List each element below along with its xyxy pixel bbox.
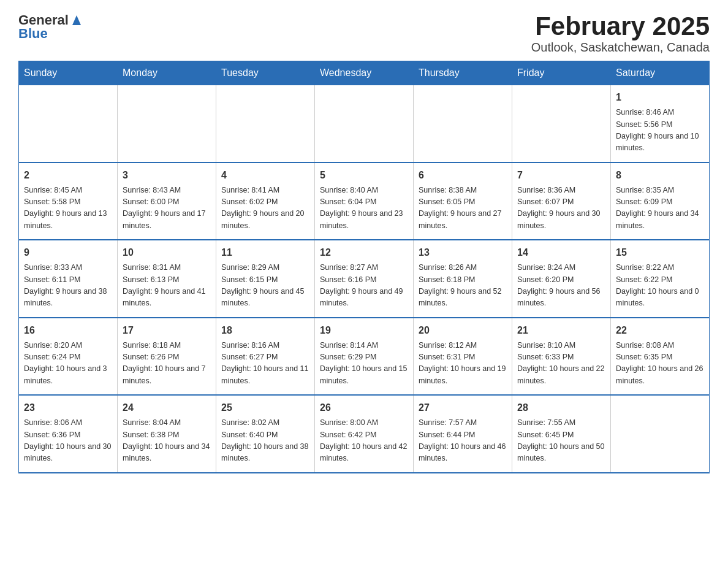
day-number: 20: [419, 323, 507, 338]
col-tuesday: Tuesday: [216, 61, 315, 85]
calendar-cell: [611, 395, 710, 473]
calendar-cell: 9Sunrise: 8:33 AM Sunset: 6:11 PM Daylig…: [19, 240, 118, 318]
calendar-cell: [118, 85, 216, 163]
logo-blue-text: Blue: [18, 26, 48, 42]
calendar-cell: [414, 85, 512, 163]
day-number: 14: [517, 245, 605, 260]
col-sunday: Sunday: [19, 61, 118, 85]
calendar-week-row: 9Sunrise: 8:33 AM Sunset: 6:11 PM Daylig…: [19, 240, 710, 318]
calendar-cell: 24Sunrise: 8:04 AM Sunset: 6:38 PM Dayli…: [118, 395, 216, 473]
day-info: Sunrise: 8:16 AM Sunset: 6:27 PM Dayligh…: [221, 340, 309, 388]
day-number: 26: [320, 400, 408, 415]
calendar-cell: [315, 85, 414, 163]
day-info: Sunrise: 8:10 AM Sunset: 6:33 PM Dayligh…: [517, 340, 605, 388]
day-info: Sunrise: 8:35 AM Sunset: 6:09 PM Dayligh…: [616, 185, 704, 232]
day-info: Sunrise: 8:04 AM Sunset: 6:38 PM Dayligh…: [123, 417, 211, 465]
calendar-cell: 16Sunrise: 8:20 AM Sunset: 6:24 PM Dayli…: [19, 318, 118, 396]
day-number: 7: [517, 168, 605, 183]
calendar-header-row: Sunday Monday Tuesday Wednesday Thursday…: [19, 61, 710, 85]
day-number: 17: [123, 323, 211, 338]
page-title: February 2025: [531, 12, 710, 40]
day-info: Sunrise: 8:12 AM Sunset: 6:31 PM Dayligh…: [419, 340, 507, 388]
logo-triangle-icon: [70, 14, 83, 26]
day-number: 9: [24, 245, 112, 260]
day-number: 19: [320, 323, 408, 338]
calendar-week-row: 16Sunrise: 8:20 AM Sunset: 6:24 PM Dayli…: [19, 318, 710, 396]
day-info: Sunrise: 8:40 AM Sunset: 6:04 PM Dayligh…: [320, 185, 408, 232]
calendar-cell: 8Sunrise: 8:35 AM Sunset: 6:09 PM Daylig…: [611, 163, 710, 240]
calendar-cell: 12Sunrise: 8:27 AM Sunset: 6:16 PM Dayli…: [315, 240, 414, 318]
day-info: Sunrise: 8:31 AM Sunset: 6:13 PM Dayligh…: [123, 262, 211, 310]
calendar-cell: 21Sunrise: 8:10 AM Sunset: 6:33 PM Dayli…: [512, 318, 611, 396]
day-info: Sunrise: 8:46 AM Sunset: 5:56 PM Dayligh…: [616, 107, 704, 155]
calendar-cell: 28Sunrise: 7:55 AM Sunset: 6:45 PM Dayli…: [512, 395, 611, 473]
logo: General Blue: [18, 12, 83, 42]
day-number: 24: [123, 400, 211, 415]
col-wednesday: Wednesday: [315, 61, 414, 85]
day-number: 2: [24, 168, 112, 183]
day-info: Sunrise: 8:18 AM Sunset: 6:26 PM Dayligh…: [123, 340, 211, 388]
calendar-cell: 7Sunrise: 8:36 AM Sunset: 6:07 PM Daylig…: [512, 163, 611, 240]
day-number: 10: [123, 245, 211, 260]
calendar-cell: 20Sunrise: 8:12 AM Sunset: 6:31 PM Dayli…: [414, 318, 512, 396]
calendar-cell: 6Sunrise: 8:38 AM Sunset: 6:05 PM Daylig…: [414, 163, 512, 240]
col-monday: Monday: [118, 61, 216, 85]
calendar-cell: 11Sunrise: 8:29 AM Sunset: 6:15 PM Dayli…: [216, 240, 315, 318]
calendar-cell: 19Sunrise: 8:14 AM Sunset: 6:29 PM Dayli…: [315, 318, 414, 396]
day-info: Sunrise: 8:26 AM Sunset: 6:18 PM Dayligh…: [419, 262, 507, 310]
day-info: Sunrise: 8:02 AM Sunset: 6:40 PM Dayligh…: [221, 417, 309, 465]
day-number: 11: [221, 245, 309, 260]
day-info: Sunrise: 8:36 AM Sunset: 6:07 PM Dayligh…: [517, 185, 605, 232]
calendar-cell: 13Sunrise: 8:26 AM Sunset: 6:18 PM Dayli…: [414, 240, 512, 318]
day-number: 15: [616, 245, 704, 260]
day-info: Sunrise: 7:57 AM Sunset: 6:44 PM Dayligh…: [419, 417, 507, 465]
day-number: 21: [517, 323, 605, 338]
calendar-cell: 17Sunrise: 8:18 AM Sunset: 6:26 PM Dayli…: [118, 318, 216, 396]
day-info: Sunrise: 8:43 AM Sunset: 6:00 PM Dayligh…: [123, 185, 211, 232]
calendar-cell: 27Sunrise: 7:57 AM Sunset: 6:44 PM Dayli…: [414, 395, 512, 473]
day-number: 28: [517, 400, 605, 415]
day-number: 8: [616, 168, 704, 183]
calendar-cell: 22Sunrise: 8:08 AM Sunset: 6:35 PM Dayli…: [611, 318, 710, 396]
day-number: 6: [419, 168, 507, 183]
day-info: Sunrise: 8:06 AM Sunset: 6:36 PM Dayligh…: [24, 417, 112, 465]
day-number: 13: [419, 245, 507, 260]
day-info: Sunrise: 8:33 AM Sunset: 6:11 PM Dayligh…: [24, 262, 112, 310]
day-info: Sunrise: 8:24 AM Sunset: 6:20 PM Dayligh…: [517, 262, 605, 310]
day-number: 18: [221, 323, 309, 338]
calendar-cell: 10Sunrise: 8:31 AM Sunset: 6:13 PM Dayli…: [118, 240, 216, 318]
calendar-cell: 23Sunrise: 8:06 AM Sunset: 6:36 PM Dayli…: [19, 395, 118, 473]
calendar-cell: 5Sunrise: 8:40 AM Sunset: 6:04 PM Daylig…: [315, 163, 414, 240]
calendar-cell: 1Sunrise: 8:46 AM Sunset: 5:56 PM Daylig…: [611, 85, 710, 163]
day-number: 23: [24, 400, 112, 415]
day-info: Sunrise: 8:41 AM Sunset: 6:02 PM Dayligh…: [221, 185, 309, 232]
calendar-cell: 26Sunrise: 8:00 AM Sunset: 6:42 PM Dayli…: [315, 395, 414, 473]
day-info: Sunrise: 8:22 AM Sunset: 6:22 PM Dayligh…: [616, 262, 704, 310]
day-info: Sunrise: 8:27 AM Sunset: 6:16 PM Dayligh…: [320, 262, 408, 310]
day-number: 5: [320, 168, 408, 183]
calendar-cell: 2Sunrise: 8:45 AM Sunset: 5:58 PM Daylig…: [19, 163, 118, 240]
day-info: Sunrise: 8:20 AM Sunset: 6:24 PM Dayligh…: [24, 340, 112, 388]
calendar-cell: [216, 85, 315, 163]
day-number: 3: [123, 168, 211, 183]
day-number: 1: [616, 90, 704, 105]
col-thursday: Thursday: [414, 61, 512, 85]
calendar-cell: 18Sunrise: 8:16 AM Sunset: 6:27 PM Dayli…: [216, 318, 315, 396]
calendar-cell: 3Sunrise: 8:43 AM Sunset: 6:00 PM Daylig…: [118, 163, 216, 240]
day-info: Sunrise: 8:08 AM Sunset: 6:35 PM Dayligh…: [616, 340, 704, 388]
calendar-cell: 25Sunrise: 8:02 AM Sunset: 6:40 PM Dayli…: [216, 395, 315, 473]
title-block: February 2025 Outlook, Saskatchewan, Can…: [531, 12, 710, 55]
day-number: 25: [221, 400, 309, 415]
col-saturday: Saturday: [611, 61, 710, 85]
calendar-cell: [19, 85, 118, 163]
calendar-table: Sunday Monday Tuesday Wednesday Thursday…: [18, 61, 710, 473]
svg-marker-0: [72, 15, 81, 25]
calendar-cell: [512, 85, 611, 163]
calendar-cell: 4Sunrise: 8:41 AM Sunset: 6:02 PM Daylig…: [216, 163, 315, 240]
day-number: 27: [419, 400, 507, 415]
calendar-week-row: 1Sunrise: 8:46 AM Sunset: 5:56 PM Daylig…: [19, 85, 710, 163]
page-subtitle: Outlook, Saskatchewan, Canada: [531, 40, 710, 55]
calendar-week-row: 23Sunrise: 8:06 AM Sunset: 6:36 PM Dayli…: [19, 395, 710, 473]
calendar-cell: 14Sunrise: 8:24 AM Sunset: 6:20 PM Dayli…: [512, 240, 611, 318]
day-info: Sunrise: 8:38 AM Sunset: 6:05 PM Dayligh…: [419, 185, 507, 232]
